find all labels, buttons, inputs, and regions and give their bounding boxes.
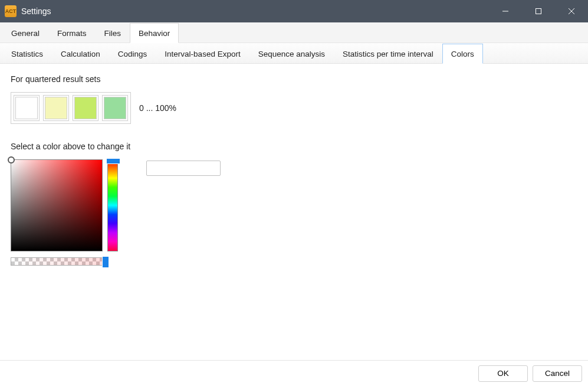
ok-button[interactable]: OK <box>478 365 528 382</box>
inner-tab-strip: Statistics Calculation Codings Interval-… <box>0 42 588 64</box>
color-preview <box>146 161 221 176</box>
app-icon: ACT <box>5 5 17 17</box>
tab-stats-per-interval[interactable]: Statistics per time interval <box>334 44 442 64</box>
colors-panel: For quartered result sets 0 ... 100% Sel… <box>0 64 588 360</box>
tab-sequence-analysis[interactable]: Sequence analysis <box>249 44 334 64</box>
swatch-range-label: 0 ... 100% <box>139 103 176 113</box>
maximize-button[interactable] <box>522 0 555 22</box>
minimize-button[interactable] <box>489 0 522 22</box>
swatch-0[interactable] <box>14 95 40 121</box>
swatch-1-color <box>45 97 67 119</box>
saturation-value-box[interactable] <box>11 159 103 251</box>
tab-codings[interactable]: Codings <box>109 44 156 64</box>
select-hint: Select a color above to change it <box>11 142 577 151</box>
title-bar: ACT Settings <box>0 0 588 22</box>
sv-cursor-icon[interactable] <box>8 156 15 163</box>
alpha-slider[interactable] <box>11 257 107 266</box>
swatch-0-color <box>15 97 38 119</box>
swatch-group <box>11 92 131 124</box>
hue-slider[interactable] <box>107 159 118 251</box>
swatch-1[interactable] <box>43 95 69 121</box>
swatch-2[interactable] <box>73 95 98 121</box>
tab-interval-export[interactable]: Interval-based Export <box>156 44 249 64</box>
cancel-button[interactable]: Cancel <box>533 365 582 382</box>
minimize-icon <box>502 8 509 15</box>
svg-rect-1 <box>536 9 541 14</box>
maximize-icon <box>535 8 542 15</box>
swatch-3-color <box>104 97 126 119</box>
alpha-thumb[interactable] <box>102 256 109 268</box>
swatch-3[interactable] <box>102 95 128 121</box>
outer-tab-strip: General Formats Files Behavior <box>0 22 588 42</box>
tab-files[interactable]: Files <box>96 23 130 43</box>
hue-thumb[interactable] <box>106 158 120 164</box>
tab-statistics[interactable]: Statistics <box>2 44 52 64</box>
color-picker <box>11 159 577 266</box>
swatch-row: 0 ... 100% <box>11 92 577 124</box>
close-button[interactable] <box>555 0 588 22</box>
swatch-2-color <box>74 97 97 119</box>
quartered-label: For quartered result sets <box>11 74 577 84</box>
window-title: Settings <box>21 6 51 16</box>
close-icon <box>568 8 575 15</box>
tab-formats[interactable]: Formats <box>48 23 96 43</box>
dialog-footer: OK Cancel <box>0 360 588 386</box>
tab-behavior[interactable]: Behavior <box>130 23 179 43</box>
window-controls <box>489 0 588 22</box>
tab-general[interactable]: General <box>2 23 48 43</box>
tab-colors[interactable]: Colors <box>442 44 483 64</box>
tab-calculation[interactable]: Calculation <box>52 44 109 64</box>
